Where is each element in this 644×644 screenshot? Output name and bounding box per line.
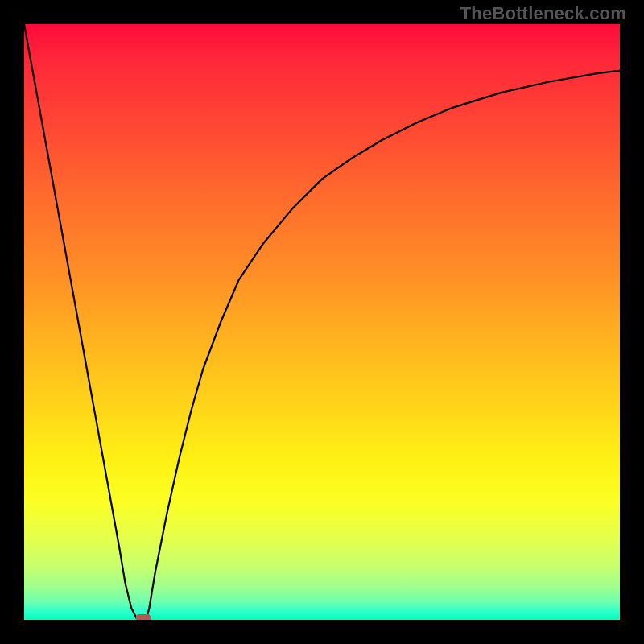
plot-area	[24, 24, 620, 620]
optimal-point-marker	[136, 614, 151, 620]
watermark-text: TheBottleneck.com	[460, 3, 626, 24]
bottleneck-curve	[24, 24, 620, 620]
chart-frame: TheBottleneck.com	[0, 0, 644, 644]
curve-svg	[24, 24, 620, 620]
